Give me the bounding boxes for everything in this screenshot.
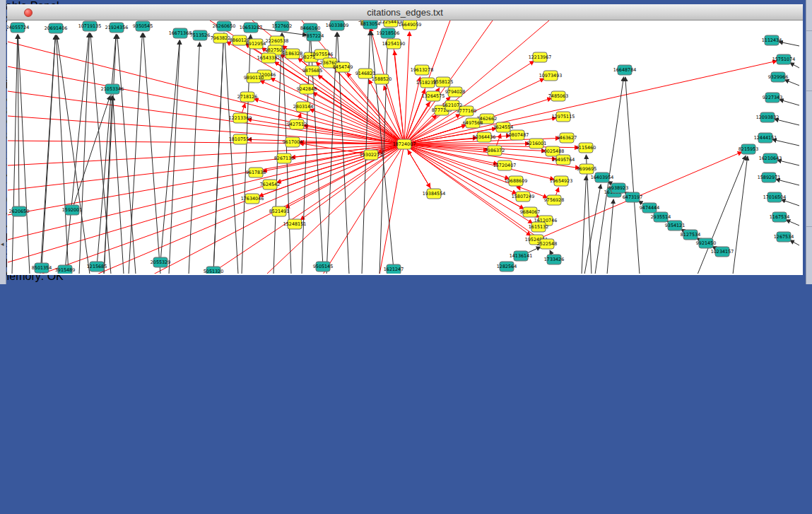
graph-node[interactable]: 7485063 <box>548 91 568 101</box>
graph-node[interactable]: 1592001 <box>62 205 82 215</box>
graph-node[interactable]: 12975115 <box>552 112 575 122</box>
graph-node[interactable]: 8127534 <box>681 230 700 240</box>
graph-node[interactable]: 1282564 <box>497 262 517 271</box>
graph-node[interactable]: 9875685 <box>302 66 322 76</box>
graph-node[interactable]: 21924356 <box>105 23 129 33</box>
graph-node[interactable]: 1621247 <box>384 264 404 274</box>
graph-node[interactable]: 15254190 <box>382 39 406 49</box>
graph-node[interactable]: 10719135 <box>78 21 102 31</box>
graph-node-label: 8501354 <box>32 265 52 271</box>
graph-node[interactable]: 2522548 <box>537 239 557 249</box>
left-collapsed-panel-strip[interactable]: ◂ <box>0 0 6 284</box>
graph-node[interactable]: 9474444 <box>640 203 659 213</box>
graph-node[interactable]: 6497568 <box>463 118 483 128</box>
graph-node[interactable]: 9350545 <box>133 21 153 31</box>
graph-node[interactable]: 2718126 <box>237 92 257 102</box>
graph-node[interactable]: 9684067 <box>520 207 540 217</box>
graph-node[interactable]: 17016504 <box>763 192 787 202</box>
graph-node[interactable]: 1215685 <box>87 262 107 271</box>
graph-node[interactable]: 3624554 <box>493 122 513 132</box>
graph-node[interactable]: 9794028 <box>445 87 465 97</box>
graph-edge <box>313 93 404 144</box>
network-canvas[interactable]: 1872400779638228860128891295422260538982… <box>7 21 803 276</box>
graph-node[interactable]: 19218506 <box>377 28 400 38</box>
graph-node[interactable]: 9115460 <box>576 143 596 153</box>
citation-network-graph[interactable]: 1872400779638228860128891295422260538982… <box>7 21 801 274</box>
graph-node[interactable]: 2620650 <box>9 206 29 216</box>
graph-node[interactable]: 19654923 <box>550 176 573 186</box>
graph-node[interactable]: 7513526 <box>190 30 210 40</box>
window-titlebar[interactable]: citations_edges.txt <box>7 4 803 21</box>
graph-node[interactable]: 16648784 <box>613 65 637 75</box>
graph-node[interactable]: 16649059 <box>399 21 422 30</box>
graph-node[interactable]: 1621072 <box>442 100 462 110</box>
graph-node[interactable]: 9427512 <box>287 119 307 129</box>
right-collapsed-panel-strip[interactable] <box>806 0 812 284</box>
graph-node[interactable]: 2803144 <box>293 102 313 112</box>
graph-node[interactable]: 15751074 <box>772 54 796 64</box>
graph-node[interactable]: 15720407 <box>493 160 517 170</box>
graph-node[interactable]: 8267130 <box>274 153 294 163</box>
graph-node[interactable]: 9505145 <box>313 262 333 271</box>
graph-node[interactable]: 12444151 <box>754 133 777 143</box>
graph-node[interactable]: 9756928 <box>544 195 564 205</box>
graph-node[interactable]: 16671368 <box>169 28 192 38</box>
graph-node[interactable]: 7963822 <box>211 33 230 43</box>
graph-node-label: 9875685 <box>302 68 322 74</box>
graph-node[interactable]: 1733426 <box>544 255 564 264</box>
graph-node[interactable]: 16403954 <box>591 173 614 182</box>
graph-node[interactable]: 7624542 <box>260 180 280 189</box>
graph-node[interactable]: 1267534 <box>774 232 794 242</box>
graph-node[interactable]: 24055724 <box>7 23 29 33</box>
graph-node[interactable]: 16033809 <box>326 21 349 30</box>
graph-node[interactable]: 9558125 <box>433 77 453 87</box>
graph-node[interactable]: 8454749 <box>333 62 353 72</box>
graph-node[interactable]: 20691406 <box>45 23 68 33</box>
graph-node[interactable]: 1167534 <box>770 212 789 222</box>
graph-node[interactable]: 8215953 <box>739 144 758 154</box>
graph-node[interactable]: 9354121 <box>665 221 685 230</box>
graph-node[interactable]: 9617004 <box>283 137 302 147</box>
graph-node[interactable]: 9699695 <box>577 164 596 174</box>
graph-node[interactable]: 8912954 <box>246 39 266 49</box>
graph-node[interactable]: 8501354 <box>32 263 52 273</box>
graph-node[interactable]: 9617838 <box>246 168 266 177</box>
graph-node[interactable]: 2935514 <box>651 212 671 222</box>
graph-node[interactable]: 1588520 <box>372 74 392 84</box>
graph-node[interactable]: 1112434 <box>762 35 782 45</box>
graph-node[interactable]: 7857224 <box>304 31 324 41</box>
graph-node[interactable]: 15248151 <box>283 219 307 229</box>
graph-node[interactable]: 1615132 <box>529 222 548 232</box>
graph-node[interactable]: 3915489 <box>55 265 75 274</box>
graph-node[interactable]: 15892971 <box>758 173 781 182</box>
graph-node[interactable]: 8521491 <box>269 206 289 216</box>
graph-node[interactable]: 9242848 <box>297 84 317 94</box>
graph-node[interactable]: 9463627 <box>557 133 577 143</box>
graph-node-label: 12093832 <box>756 115 779 120</box>
graph-node[interactable]: 10688609 <box>505 176 528 186</box>
graph-node[interactable]: 12213967 <box>529 52 552 62</box>
graph-node[interactable]: 10653287 <box>240 23 263 33</box>
graph-node[interactable]: 2055329 <box>151 257 170 267</box>
graph-node[interactable]: 16210643 <box>759 153 782 163</box>
graph-node[interactable]: 8186328 <box>283 49 302 59</box>
graph-node[interactable]: 9227343 <box>763 93 782 103</box>
graph-node[interactable]: 19384554 <box>423 189 446 199</box>
graph-node[interactable]: 9329966 <box>768 72 788 82</box>
graph-node[interactable]: 9890110 <box>244 73 264 83</box>
graph-node[interactable]: 8813054 <box>360 21 380 29</box>
graph-node[interactable]: 10234157 <box>711 247 734 257</box>
graph-node[interactable]: 9921450 <box>696 238 716 248</box>
graph-node[interactable]: 7986372 <box>485 146 505 156</box>
graph-edge <box>117 35 136 274</box>
graph-node[interactable]: 12093832 <box>756 112 779 122</box>
graph-node-label: 9756928 <box>544 197 564 203</box>
graph-node[interactable]: 8938923 <box>608 183 628 193</box>
graph-node[interactable]: 5051320 <box>204 267 223 274</box>
graph-node[interactable]: 6216001 <box>526 139 546 148</box>
graph-node[interactable]: 1527602 <box>272 21 292 31</box>
graph-node[interactable]: 26260650 <box>213 21 236 31</box>
graph-node[interactable]: 22260538 <box>266 36 289 46</box>
graph-node[interactable]: 6473197 <box>623 192 642 202</box>
graph-node[interactable]: 19613278 <box>411 65 434 75</box>
